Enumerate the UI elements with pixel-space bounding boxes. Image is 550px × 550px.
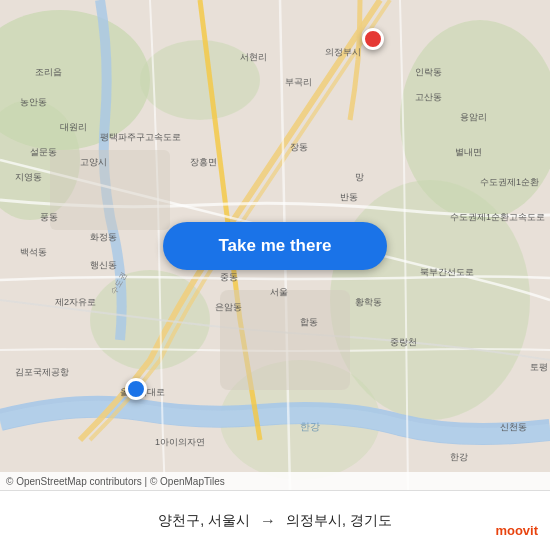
svg-text:인락동: 인락동 bbox=[415, 67, 442, 77]
direction-arrow: → bbox=[260, 512, 276, 530]
svg-text:수도권제1순환: 수도권제1순환 bbox=[480, 177, 539, 187]
origin-location: 양천구, 서울시 bbox=[158, 512, 250, 530]
svg-text:신천동: 신천동 bbox=[500, 422, 527, 432]
svg-text:망: 망 bbox=[355, 172, 364, 182]
svg-text:장동: 장동 bbox=[290, 142, 308, 152]
svg-text:화정동: 화정동 bbox=[90, 232, 117, 242]
svg-text:토평: 토평 bbox=[530, 362, 548, 372]
svg-text:한강: 한강 bbox=[450, 452, 468, 462]
svg-text:고양시: 고양시 bbox=[80, 157, 107, 167]
destination-pin bbox=[362, 28, 384, 50]
svg-text:수도권제1순환고속도로: 수도권제1순환고속도로 bbox=[450, 212, 545, 222]
svg-text:고산동: 고산동 bbox=[415, 92, 442, 102]
svg-text:북부간선도로: 북부간선도로 bbox=[420, 267, 474, 277]
svg-text:중동: 중동 bbox=[220, 272, 238, 282]
svg-text:장흥면: 장흥면 bbox=[190, 157, 217, 167]
svg-text:대원리: 대원리 bbox=[60, 122, 87, 132]
destination-location: 의정부시, 경기도 bbox=[286, 512, 392, 530]
svg-text:조리읍: 조리읍 bbox=[35, 67, 62, 77]
svg-text:풍동: 풍동 bbox=[40, 212, 58, 222]
svg-text:합동: 합동 bbox=[300, 317, 318, 327]
svg-text:별내면: 별내면 bbox=[455, 147, 482, 157]
svg-text:은암동: 은암동 bbox=[215, 302, 242, 312]
svg-text:지영동: 지영동 bbox=[15, 172, 42, 182]
svg-text:행신동: 행신동 bbox=[90, 260, 117, 270]
svg-text:농안동: 농안동 bbox=[20, 97, 47, 107]
svg-text:평택파주구고속도로: 평택파주구고속도로 bbox=[100, 132, 181, 142]
origin-pin bbox=[125, 378, 147, 400]
take-me-there-button[interactable]: Take me there bbox=[163, 222, 387, 270]
svg-text:반동: 반동 bbox=[340, 192, 358, 202]
svg-text:서울: 서울 bbox=[270, 287, 288, 297]
map-attribution: © OpenStreetMap contributors | © OpenMap… bbox=[0, 472, 550, 490]
svg-text:제2자유로: 제2자유로 bbox=[55, 297, 96, 307]
bottom-bar: 양천구, 서울시 → 의정부시, 경기도 moovit bbox=[0, 490, 550, 550]
svg-text:용암리: 용암리 bbox=[460, 112, 487, 122]
svg-text:1아이의자연: 1아이의자연 bbox=[155, 437, 205, 447]
svg-text:의정부시: 의정부시 bbox=[325, 47, 361, 57]
map-container: 한강 조리읍 농안동 대원리 설문동 지영동 고양시 풍동 백석동 bbox=[0, 0, 550, 490]
svg-text:부곡리: 부곡리 bbox=[285, 77, 312, 87]
svg-text:설문동: 설문동 bbox=[30, 147, 57, 157]
svg-text:김포국제공항: 김포국제공항 bbox=[15, 367, 69, 377]
svg-text:중랑천: 중랑천 bbox=[390, 337, 417, 347]
svg-rect-10 bbox=[50, 150, 170, 230]
svg-text:황학동: 황학동 bbox=[355, 297, 382, 307]
moovit-brand: moovit bbox=[495, 523, 538, 538]
svg-text:서현리: 서현리 bbox=[240, 52, 267, 62]
svg-text:백석동: 백석동 bbox=[20, 247, 47, 257]
svg-text:한강: 한강 bbox=[300, 421, 320, 432]
